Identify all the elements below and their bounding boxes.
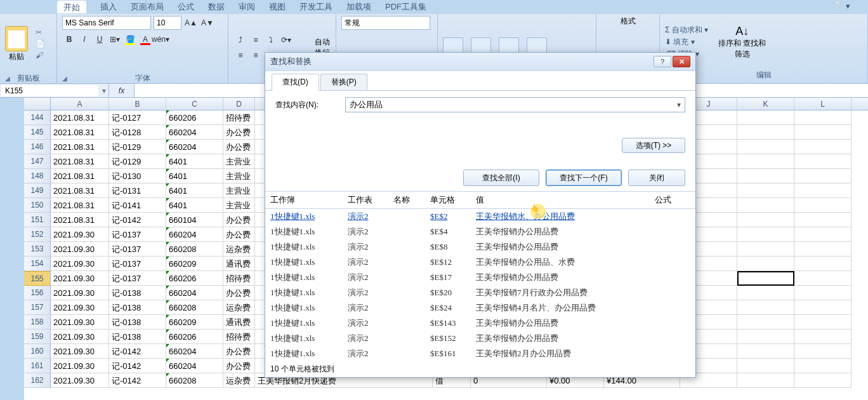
row-header[interactable]: 147 (24, 154, 51, 169)
cell[interactable]: 660206 (166, 271, 223, 286)
row-header[interactable]: 154 (24, 257, 51, 271)
cell[interactable]: 2021.08.31 (51, 198, 109, 213)
cell[interactable]: 主营业 (223, 198, 255, 213)
row-header[interactable]: 145 (24, 125, 51, 140)
find-dropdown-icon[interactable]: ▾ (673, 100, 685, 109)
result-cell[interactable]: $E$12 (430, 256, 476, 269)
cell[interactable] (794, 169, 852, 183)
align-center-icon[interactable]: ≡ (249, 48, 263, 62)
result-row[interactable]: 1快捷键1.xls演示2$E$12王美华报销办公用品、水费 (265, 255, 695, 270)
result-cell[interactable]: $E$4 (430, 225, 476, 238)
result-workbook[interactable]: 1快捷键1.xls (270, 317, 348, 330)
cell[interactable]: 660204 (166, 227, 223, 242)
row-header[interactable]: 157 (24, 300, 51, 315)
col-header-A[interactable]: A (51, 98, 109, 110)
paste-button[interactable]: 粘贴 (5, 26, 28, 62)
cell[interactable]: 660206 (166, 110, 223, 125)
dialog-close-icon[interactable]: ✕ (673, 56, 690, 67)
cell[interactable] (737, 286, 794, 300)
cell[interactable]: 记-0128 (109, 125, 166, 140)
cell[interactable]: 660204 (166, 359, 223, 373)
cell[interactable] (737, 300, 794, 315)
row-header[interactable]: 150 (24, 198, 51, 213)
cell[interactable]: 660208 (166, 373, 223, 388)
row-header[interactable]: 155 (24, 271, 51, 286)
result-worksheet[interactable]: 演示2 (348, 271, 393, 284)
format-painter-icon[interactable]: 🖌 (36, 51, 45, 60)
row-header[interactable]: 151 (24, 213, 51, 227)
cell[interactable]: 记-0142 (109, 373, 166, 388)
cell[interactable]: 记-0127 (109, 110, 166, 125)
cell[interactable]: 记-0138 (109, 315, 166, 330)
result-value[interactable]: 王美华报销办公用品费 (476, 332, 655, 345)
cell[interactable]: 招待费 (223, 330, 255, 344)
cell[interactable] (794, 183, 852, 198)
cell[interactable] (737, 227, 794, 242)
cell[interactable] (737, 213, 794, 227)
result-workbook[interactable]: 1快捷键1.xls (270, 241, 348, 253)
result-value[interactable]: 王美华报销水、办公用品费 (476, 210, 655, 223)
result-value[interactable]: 王美华报销办公用品费 (476, 241, 655, 253)
dialog-titlebar[interactable]: 查找和替换 ? ✕ (265, 53, 695, 70)
result-worksheet[interactable]: 演示2 (348, 256, 393, 269)
format-button[interactable]: 格式 (621, 16, 636, 27)
cell[interactable] (737, 110, 794, 125)
cell[interactable]: 办公费 (223, 140, 255, 154)
cell[interactable]: 办公费 (223, 359, 255, 373)
cell[interactable] (794, 198, 852, 213)
cell[interactable] (737, 257, 794, 271)
result-row[interactable]: 1快捷键1.xls演示2$E$143王美华报销办公用品费 (265, 316, 695, 331)
bold-button[interactable]: B (62, 32, 76, 46)
tab-formulas[interactable]: 公式 (178, 1, 194, 13)
align-top-icon[interactable]: ⤴ (233, 33, 247, 47)
row-header[interactable]: 144 (24, 110, 51, 125)
result-worksheet[interactable]: 演示2 (348, 286, 393, 299)
cut-icon[interactable]: ✂ (36, 28, 45, 37)
cell[interactable]: 2021.09.30 (51, 257, 109, 271)
result-value[interactable]: 王美华报销2月办公用品费 (476, 347, 655, 360)
name-box[interactable] (1, 85, 98, 97)
cell[interactable]: 2021.08.31 (51, 110, 109, 125)
border-button[interactable]: ⊞▾ (108, 32, 122, 46)
row-header[interactable]: 153 (24, 242, 51, 257)
tab-find[interactable]: 查找(D) (272, 74, 319, 91)
col-header-B[interactable]: B (109, 98, 166, 110)
tab-pdf[interactable]: PDF工具集 (385, 1, 426, 13)
cell[interactable]: 2021.09.30 (51, 300, 109, 315)
row-header[interactable]: 159 (24, 330, 51, 344)
tab-home[interactable]: 开始 (57, 1, 86, 13)
underline-button[interactable]: U (93, 32, 107, 46)
orientation-icon[interactable]: ⟳▾ (279, 33, 293, 47)
cell[interactable]: 660204 (166, 344, 223, 359)
result-row[interactable]: 1快捷键1.xls演示2$E$8王美华报销办公用品费 (265, 239, 695, 255)
fx-icon[interactable]: fx (109, 84, 135, 97)
result-row[interactable]: 1快捷键1.xls演示2$E$24王美华报销4月名片、办公用品费 (265, 300, 695, 316)
cell[interactable] (794, 242, 852, 257)
result-cell[interactable]: $E$17 (430, 271, 476, 284)
cell[interactable]: 2021.08.31 (51, 169, 109, 183)
cell[interactable]: 660204 (166, 125, 223, 140)
cell[interactable]: 2021.09.30 (51, 344, 109, 359)
row-header[interactable]: 148 (24, 169, 51, 183)
options-button[interactable]: 选项(T) >> (622, 138, 685, 153)
tab-developer[interactable]: 开发工具 (299, 1, 332, 13)
cell[interactable]: 2021.09.30 (51, 359, 109, 373)
cell[interactable] (794, 373, 852, 388)
result-value[interactable]: 王美华报销办公用品费 (476, 317, 655, 330)
cell[interactable]: 2021.08.31 (51, 154, 109, 169)
find-all-button[interactable]: 查找全部(I) (463, 170, 539, 186)
shrink-font-icon[interactable]: A▼ (201, 16, 214, 30)
result-cell[interactable]: $E$152 (430, 332, 476, 345)
cell[interactable] (737, 154, 794, 169)
result-row[interactable]: 1快捷键1.xls演示2$E$17王美华报销办公用品费 (265, 270, 695, 285)
cell[interactable] (737, 169, 794, 183)
result-worksheet[interactable]: 演示2 (348, 210, 393, 223)
result-worksheet[interactable]: 演示2 (348, 317, 393, 330)
cell[interactable] (794, 125, 852, 140)
result-workbook[interactable]: 1快捷键1.xls (270, 271, 348, 284)
result-row[interactable]: 1快捷键1.xls演示2$E$20王美华报销7月行政办公用品费 (265, 285, 695, 300)
cell[interactable]: 记-0141 (109, 198, 166, 213)
cell[interactable] (737, 271, 794, 286)
cell[interactable] (794, 330, 852, 344)
tab-replace[interactable]: 替换(P) (320, 74, 367, 90)
